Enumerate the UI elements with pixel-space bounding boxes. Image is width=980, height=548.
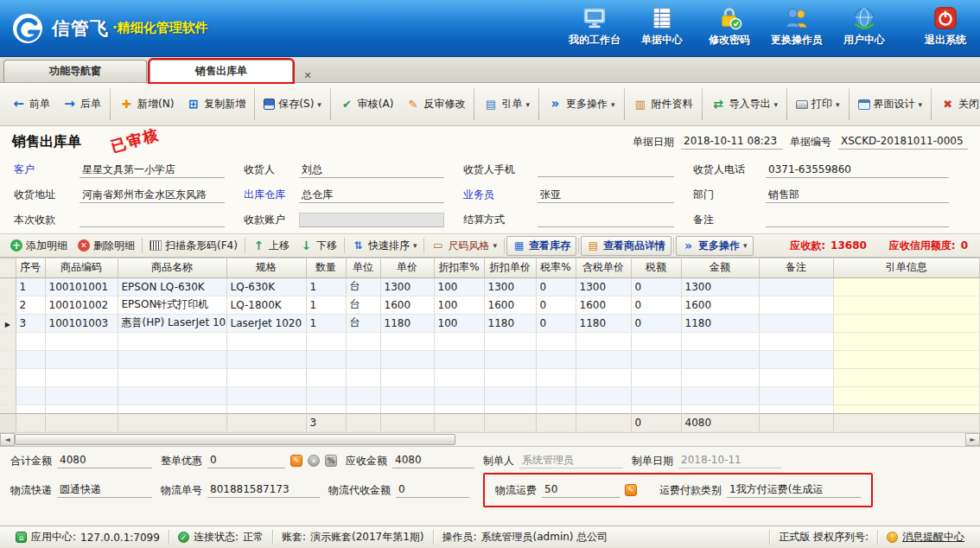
grid-cell[interactable] (118, 332, 226, 350)
grid-cell[interactable] (226, 386, 306, 405)
grid-cell[interactable] (576, 386, 631, 405)
grid-column-header[interactable]: 商品名称 (118, 258, 226, 277)
grid-cell[interactable] (380, 350, 434, 368)
grid-cell[interactable] (226, 350, 306, 368)
grid-cell[interactable] (759, 368, 833, 386)
grid-cell[interactable]: 0 (631, 296, 681, 314)
grid-cell[interactable] (346, 368, 380, 386)
grid-cell[interactable] (45, 386, 118, 405)
grid-cell[interactable] (306, 386, 346, 405)
grid-cell[interactable]: 0 (631, 314, 681, 332)
quick-sort-button[interactable]: 快速排序 (347, 237, 423, 255)
view-product-button[interactable]: 查看商品详情 (581, 236, 671, 256)
customer-label[interactable]: 客户 (14, 162, 80, 177)
new-button[interactable]: 新增(N) (113, 92, 180, 117)
grid-cell[interactable] (681, 386, 759, 405)
grid-cell[interactable] (759, 332, 833, 350)
remark-field[interactable] (766, 213, 949, 227)
grid-empty-row[interactable] (0, 350, 980, 368)
grid-cell[interactable]: 0 (536, 296, 576, 314)
grid-cell[interactable] (631, 350, 681, 368)
grid-cell[interactable] (380, 332, 434, 350)
grid-cell[interactable] (681, 332, 759, 350)
receiver-phone-field[interactable]: 0371-63559860 (766, 162, 949, 178)
salesman-field[interactable]: 张亚 (538, 188, 674, 203)
grid-cell[interactable] (380, 405, 434, 413)
grid-cell[interactable] (631, 386, 681, 405)
grid-column-header[interactable]: 税额 (631, 258, 681, 277)
scroll-thumb[interactable] (15, 434, 455, 445)
grid-cell[interactable]: 1 (306, 277, 346, 296)
import-export-button[interactable]: 导入导出 (705, 92, 785, 117)
nav-change-operator[interactable]: 更换操作员 (771, 5, 823, 51)
discount-adjust-icon[interactable] (290, 455, 302, 467)
grid-cell[interactable]: 0 (536, 314, 576, 332)
grid-cell[interactable]: EPSON LQ-630K (118, 277, 226, 296)
grid-cell[interactable] (16, 350, 45, 368)
grid-cell[interactable]: 100101001 (45, 277, 118, 296)
message-center-link[interactable]: 消息提醒中心 (902, 530, 964, 545)
status-message-center[interactable]: 消息提醒中心 (878, 530, 973, 545)
nav-my-workspace[interactable]: 我的工作台 (569, 5, 620, 51)
grid-column-header[interactable]: 商品编码 (45, 258, 118, 277)
grid-empty-row[interactable] (0, 386, 980, 405)
grid-empty-row[interactable] (0, 368, 980, 386)
grid-cell[interactable] (226, 332, 306, 350)
tracking-no-field[interactable]: 801881587173 (207, 482, 320, 498)
attachment-button[interactable]: 附件资料 (627, 92, 699, 117)
grid-cell[interactable] (226, 368, 306, 386)
grid-cell[interactable] (346, 332, 380, 350)
cod-amount-field[interactable]: 0 (396, 482, 469, 498)
grid-cell[interactable]: 1180 (380, 314, 434, 332)
grid-column-header[interactable]: 折扣单价 (484, 258, 536, 277)
grid-cell[interactable]: 100 (434, 277, 484, 296)
grid-column-header[interactable]: 序号 (16, 258, 45, 277)
department-field[interactable]: 销售部 (766, 188, 949, 203)
grid-cell[interactable] (536, 368, 576, 386)
horizontal-scrollbar[interactable] (0, 432, 980, 446)
grid-cell[interactable] (45, 368, 118, 386)
grid-cell[interactable]: 1 (16, 277, 45, 296)
grid-cell[interactable] (484, 350, 536, 368)
grid-cell[interactable] (226, 405, 306, 413)
grid-cell[interactable]: 100101002 (45, 296, 118, 314)
scan-barcode-button[interactable]: 扫描条形码(F4) (144, 237, 243, 255)
grid-cell[interactable] (576, 332, 631, 350)
delete-detail-button[interactable]: 删除明细 (73, 237, 140, 255)
grid-cell[interactable]: 100 (434, 314, 484, 332)
grid-cell[interactable] (434, 405, 484, 413)
tab-sales-outbound[interactable]: 销售出库单 (150, 60, 293, 82)
nav-change-password[interactable]: 修改密码 (703, 5, 755, 51)
move-down-button[interactable]: 下移 (295, 237, 342, 255)
grid-cell[interactable] (759, 277, 833, 296)
grid-cell[interactable] (759, 296, 833, 314)
grid-cell[interactable]: 0 (536, 277, 576, 296)
grid-cell[interactable] (434, 350, 484, 368)
grid-column-header[interactable]: 规格 (226, 258, 306, 277)
grid-cell[interactable]: 1300 (380, 277, 434, 296)
discount-clear-icon[interactable] (308, 455, 320, 467)
address-field[interactable]: 河南省郑州市金水区东风路 (80, 188, 225, 203)
grid-column-header[interactable]: 税率% (536, 258, 576, 277)
grid-cell[interactable]: 1 (306, 296, 346, 314)
grid-cell[interactable] (346, 350, 380, 368)
grid-column-header[interactable]: 引单信息 (833, 258, 980, 277)
grid-cell[interactable] (434, 332, 484, 350)
grid-cell[interactable] (833, 386, 980, 405)
discount-rate-icon[interactable] (325, 455, 337, 467)
grid-cell[interactable] (833, 277, 980, 296)
grid-cell[interactable]: 1300 (576, 277, 631, 296)
grid-column-header[interactable]: 单价 (380, 258, 434, 277)
grid-cell[interactable] (484, 405, 536, 413)
audit-button[interactable]: 审核(A) (334, 92, 400, 117)
grid-cell[interactable] (45, 405, 118, 413)
warehouse-field[interactable]: 总仓库 (299, 188, 444, 203)
next-doc-button[interactable]: 后单 (56, 92, 107, 117)
scroll-right-button[interactable] (965, 433, 980, 446)
tab-function-nav[interactable]: 功能导航窗 (3, 60, 147, 82)
copy-new-button[interactable]: 复制新增 (180, 92, 251, 117)
close-window-button[interactable]: 关闭窗口 (934, 92, 980, 117)
grid-cell[interactable] (681, 405, 759, 413)
grid-cell[interactable] (631, 405, 681, 413)
receiver-field[interactable]: 刘总 (299, 162, 444, 178)
